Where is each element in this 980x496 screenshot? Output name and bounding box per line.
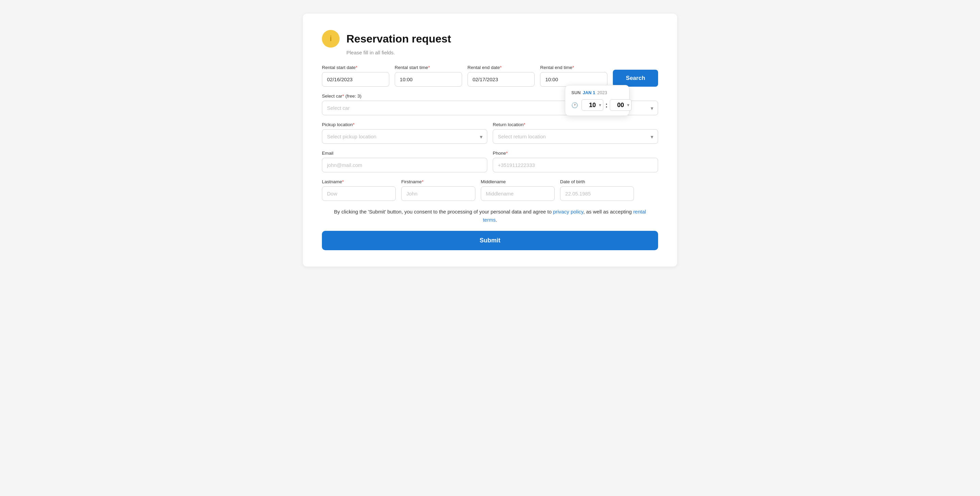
pickup-location-select[interactable]: Select pickup location Location 1 Locati… xyxy=(322,129,487,144)
time-picker-popup: SUN JAN 1 2023 🕐 10 11 09 ▼ : 00 15 30 xyxy=(565,85,630,116)
form-header: i Reservation request xyxy=(322,30,658,48)
time-picker-year: 2023 xyxy=(597,90,607,95)
phone-label: Phone* xyxy=(493,151,658,156)
lastname-label: Lastname* xyxy=(322,179,396,184)
hours-select[interactable]: 10 11 09 xyxy=(582,99,603,111)
rental-end-time-input[interactable] xyxy=(540,72,608,87)
pickup-location-group: Pickup location* Select pickup location … xyxy=(322,122,487,144)
search-button[interactable]: Search xyxy=(613,70,658,87)
time-picker-day: SUN xyxy=(571,90,581,95)
middlename-label: Middlename xyxy=(481,179,555,184)
rental-start-time-group: Rental start time* xyxy=(395,65,462,87)
return-location-select[interactable]: Select return location Location 1 Locati… xyxy=(493,129,658,144)
lastname-input[interactable] xyxy=(322,186,396,201)
privacy-policy-link[interactable]: privacy policy xyxy=(553,209,583,214)
email-input[interactable] xyxy=(322,158,487,172)
rental-end-time-group: Rental end time* xyxy=(540,65,608,87)
contact-row: Email Phone* xyxy=(322,151,658,172)
dob-group: Date of birth xyxy=(560,179,634,201)
hours-wrapper: 10 11 09 ▼ xyxy=(582,99,603,111)
time-picker-date-row: SUN JAN 1 2023 xyxy=(571,90,623,95)
info-icon: i xyxy=(322,30,340,48)
rental-start-time-input[interactable] xyxy=(395,72,462,87)
pickup-location-wrapper: Select pickup location Location 1 Locati… xyxy=(322,129,487,144)
minutes-select[interactable]: 00 15 30 45 xyxy=(610,99,632,111)
dob-label: Date of birth xyxy=(560,179,634,184)
rental-end-date-group: Rental end date* xyxy=(468,65,535,87)
return-location-wrapper: Select return location Location 1 Locati… xyxy=(493,129,658,144)
rental-end-time-label: Rental end time* xyxy=(540,65,608,70)
phone-input[interactable] xyxy=(493,158,658,172)
dates-row: Rental start date* Rental start time* Re… xyxy=(322,65,658,87)
rental-start-time-label: Rental start time* xyxy=(395,65,462,70)
consent-text: By clicking the 'Submit' button, you con… xyxy=(322,208,658,224)
firstname-label: Firstname* xyxy=(401,179,475,184)
return-location-group: Return location* Select return location … xyxy=(493,122,658,144)
reservation-form: i Reservation request Please fill in all… xyxy=(303,14,677,266)
email-group: Email xyxy=(322,151,487,172)
phone-group: Phone* xyxy=(493,151,658,172)
firstname-group: Firstname* xyxy=(401,179,475,201)
page-subtitle: Please fill in all fields. xyxy=(347,50,658,55)
time-picker-month: JAN 1 xyxy=(582,90,595,95)
submit-button[interactable]: Submit xyxy=(322,231,658,250)
minutes-wrapper: 00 15 30 45 ▼ xyxy=(610,99,632,111)
pickup-location-label: Pickup location* xyxy=(322,122,487,127)
middlename-group: Middlename xyxy=(481,179,555,201)
return-location-label: Return location* xyxy=(493,122,658,127)
time-colon: : xyxy=(605,101,608,109)
dob-input[interactable] xyxy=(560,186,634,201)
middlename-input[interactable] xyxy=(481,186,555,201)
free-count: (free: 3) xyxy=(345,93,361,98)
rental-end-date-label: Rental end date* xyxy=(468,65,535,70)
rental-start-date-group: Rental start date* xyxy=(322,65,389,87)
time-picker-time-row: 🕐 10 11 09 ▼ : 00 15 30 45 ▼ xyxy=(571,99,623,111)
page-title: Reservation request xyxy=(347,33,451,45)
rental-start-date-label: Rental start date* xyxy=(322,65,389,70)
firstname-input[interactable] xyxy=(401,186,475,201)
name-row: Lastname* Firstname* Middlename Date of … xyxy=(322,179,658,201)
rental-end-date-input[interactable] xyxy=(468,72,535,87)
lastname-group: Lastname* xyxy=(322,179,396,201)
location-row: Pickup location* Select pickup location … xyxy=(322,122,658,144)
rental-start-date-input[interactable] xyxy=(322,72,389,87)
clock-icon: 🕐 xyxy=(571,102,578,108)
email-label: Email xyxy=(322,151,487,156)
